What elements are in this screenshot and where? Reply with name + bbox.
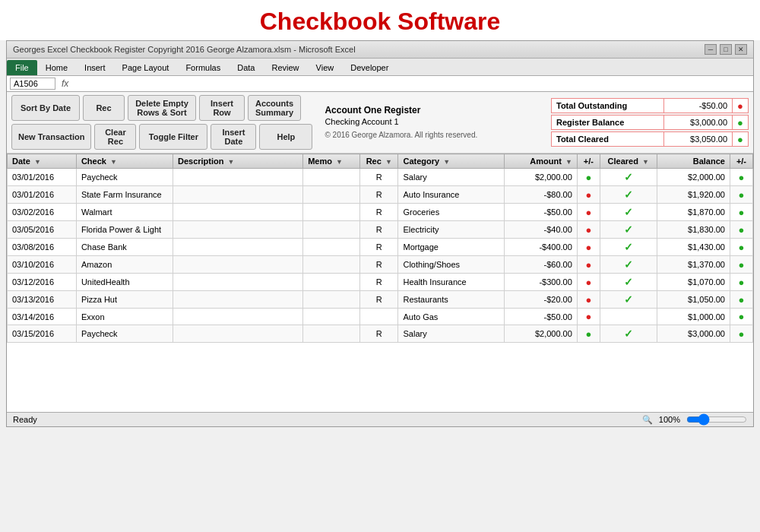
- cell-date[interactable]: 03/12/2016: [8, 274, 77, 291]
- delete-empty-rows-button[interactable]: Delete EmptyRows & Sort: [128, 95, 196, 121]
- cell-amount[interactable]: $2,000.00: [504, 169, 577, 186]
- cell-amount[interactable]: -$80.00: [504, 186, 577, 204]
- cell-balance[interactable]: $1,870.00: [657, 204, 730, 221]
- cell-balance-dot[interactable]: ●: [730, 186, 752, 204]
- cell-date[interactable]: 03/01/2016: [8, 169, 77, 186]
- header-plus[interactable]: +/-: [577, 154, 600, 169]
- cell-plus-dot[interactable]: ●: [577, 309, 600, 325]
- filter-memo-icon[interactable]: ▼: [336, 158, 343, 166]
- cell-description[interactable]: [173, 239, 302, 256]
- cell-cleared[interactable]: ✓: [600, 204, 657, 221]
- cell-memo[interactable]: [303, 239, 360, 256]
- cell-description[interactable]: [173, 204, 302, 221]
- clear-rec-button[interactable]: ClearRec: [94, 124, 136, 150]
- cell-balance-dot[interactable]: ●: [730, 309, 752, 325]
- table-row[interactable]: 03/01/2016 State Farm Insurance R Auto I…: [8, 186, 753, 204]
- cell-check[interactable]: Chase Bank: [76, 239, 173, 256]
- cell-plus-dot[interactable]: ●: [577, 256, 600, 274]
- cell-rec[interactable]: R: [360, 204, 398, 221]
- cell-amount[interactable]: -$20.00: [504, 291, 577, 309]
- cell-rec[interactable]: R: [360, 186, 398, 204]
- cell-check[interactable]: Paycheck: [76, 169, 173, 186]
- cell-description[interactable]: [173, 274, 302, 291]
- zoom-slider[interactable]: [686, 414, 747, 425]
- cell-balance-dot[interactable]: ●: [730, 291, 752, 309]
- formula-input[interactable]: [74, 79, 750, 88]
- cell-rec[interactable]: R: [360, 169, 398, 186]
- cell-reference-box[interactable]: A1506: [10, 78, 55, 90]
- cell-check[interactable]: UnitedHealth: [76, 274, 173, 291]
- cell-category[interactable]: Salary: [398, 325, 504, 343]
- cell-cleared[interactable]: ✓: [600, 186, 657, 204]
- cell-date[interactable]: 03/15/2016: [8, 325, 77, 343]
- header-amount[interactable]: Amount ▼: [504, 154, 577, 169]
- filter-amount-icon[interactable]: ▼: [565, 158, 572, 166]
- cell-cleared[interactable]: ✓: [600, 169, 657, 186]
- table-row[interactable]: 03/15/2016 Paycheck R Salary $2,000.00 ●…: [8, 325, 753, 343]
- insert-date-button[interactable]: InsertDate: [211, 124, 256, 150]
- header-cleared[interactable]: Cleared ▼: [600, 154, 657, 169]
- cell-cleared[interactable]: ✓: [600, 239, 657, 256]
- cell-date[interactable]: 03/02/2016: [8, 204, 77, 221]
- cell-rec[interactable]: R: [360, 274, 398, 291]
- header-memo[interactable]: Memo ▼: [303, 154, 360, 169]
- cell-cleared[interactable]: ✓: [600, 274, 657, 291]
- cell-memo[interactable]: [303, 309, 360, 325]
- cell-check[interactable]: State Farm Insurance: [76, 186, 173, 204]
- tab-view[interactable]: View: [308, 60, 343, 75]
- cell-date[interactable]: 03/05/2016: [8, 221, 77, 239]
- cell-description[interactable]: [173, 325, 302, 343]
- cell-check[interactable]: Pizza Hut: [76, 291, 173, 309]
- cell-balance[interactable]: $3,000.00: [657, 325, 730, 343]
- table-row[interactable]: 03/05/2016 Florida Power & Light R Elect…: [8, 221, 753, 239]
- table-row[interactable]: 03/08/2016 Chase Bank R Mortgage -$400.0…: [8, 239, 753, 256]
- cell-category[interactable]: Clothing/Shoes: [398, 256, 504, 274]
- filter-desc-icon[interactable]: ▼: [228, 158, 235, 166]
- cell-description[interactable]: [173, 186, 302, 204]
- insert-row-button[interactable]: InsertRow: [199, 95, 245, 121]
- cell-balance[interactable]: $2,000.00: [657, 169, 730, 186]
- minimize-btn[interactable]: ─: [705, 44, 717, 55]
- cell-cleared[interactable]: [600, 309, 657, 325]
- header-description[interactable]: Description ▼: [173, 154, 302, 169]
- header-date[interactable]: Date ▼: [8, 154, 77, 169]
- cell-memo[interactable]: [303, 221, 360, 239]
- cell-check[interactable]: Amazon: [76, 256, 173, 274]
- cell-description[interactable]: [173, 291, 302, 309]
- table-row[interactable]: 03/01/2016 Paycheck R Salary $2,000.00 ●…: [8, 169, 753, 186]
- cell-rec[interactable]: [360, 309, 398, 325]
- cell-balance[interactable]: $1,000.00: [657, 309, 730, 325]
- cell-memo[interactable]: [303, 204, 360, 221]
- filter-cat-icon[interactable]: ▼: [443, 158, 450, 166]
- cell-description[interactable]: [173, 309, 302, 325]
- cell-balance-dot[interactable]: ●: [730, 239, 752, 256]
- header-rec[interactable]: Rec ▼: [360, 154, 398, 169]
- cell-check[interactable]: Florida Power & Light: [76, 221, 173, 239]
- cell-memo[interactable]: [303, 169, 360, 186]
- sort-by-date-button[interactable]: Sort By Date: [11, 95, 80, 121]
- filter-check-icon[interactable]: ▼: [110, 158, 117, 166]
- cell-balance[interactable]: $1,050.00: [657, 291, 730, 309]
- filter-cleared-icon[interactable]: ▼: [642, 158, 649, 166]
- cell-date[interactable]: 03/13/2016: [8, 291, 77, 309]
- cell-check[interactable]: Exxon: [76, 309, 173, 325]
- cell-date[interactable]: 03/10/2016: [8, 256, 77, 274]
- cell-category[interactable]: Mortgage: [398, 239, 504, 256]
- cell-amount[interactable]: -$50.00: [504, 309, 577, 325]
- cell-category[interactable]: Groceries: [398, 204, 504, 221]
- cell-balance-dot[interactable]: ●: [730, 169, 752, 186]
- help-button[interactable]: Help: [259, 124, 312, 150]
- cell-plus-dot[interactable]: ●: [577, 325, 600, 343]
- cell-balance[interactable]: $1,830.00: [657, 221, 730, 239]
- cell-description[interactable]: [173, 169, 302, 186]
- tab-page-layout[interactable]: Page Layout: [114, 60, 178, 75]
- cell-cleared[interactable]: ✓: [600, 256, 657, 274]
- cell-memo[interactable]: [303, 325, 360, 343]
- cell-memo[interactable]: [303, 256, 360, 274]
- tab-developer[interactable]: Developer: [342, 60, 397, 75]
- cell-rec[interactable]: R: [360, 291, 398, 309]
- header-plusminus[interactable]: +/-: [730, 154, 752, 169]
- cell-description[interactable]: [173, 221, 302, 239]
- cell-category[interactable]: Auto Insurance: [398, 186, 504, 204]
- cell-date[interactable]: 03/08/2016: [8, 239, 77, 256]
